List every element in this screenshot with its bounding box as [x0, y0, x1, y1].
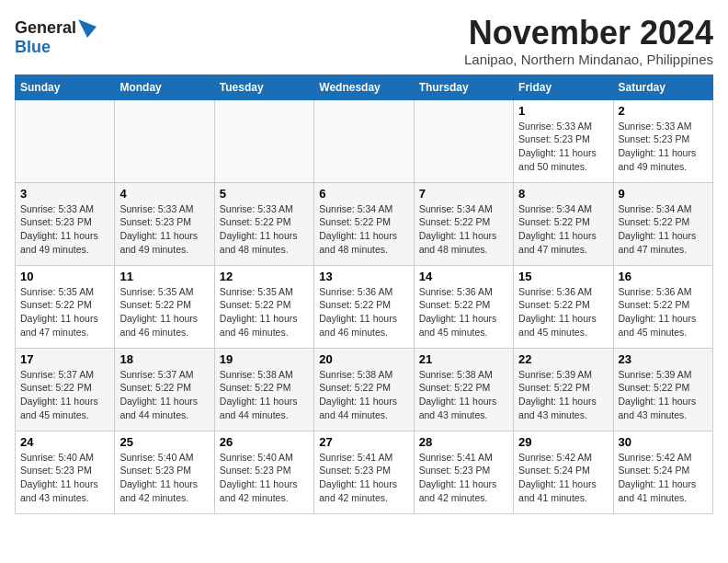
calendar-header: SundayMondayTuesdayWednesdayThursdayFrid…: [16, 75, 713, 99]
calendar-cell: 23Sunrise: 5:39 AM Sunset: 5:22 PM Dayli…: [613, 348, 712, 431]
header-area: General Blue November 2024 Lanipao, Nort…: [15, 15, 713, 67]
calendar-cell: 24Sunrise: 5:40 AM Sunset: 5:23 PM Dayli…: [16, 431, 115, 513]
day-info: Sunrise: 5:35 AM Sunset: 5:22 PM Dayligh…: [20, 285, 109, 339]
logo: General Blue: [15, 18, 97, 57]
day-info: Sunrise: 5:36 AM Sunset: 5:22 PM Dayligh…: [518, 285, 608, 339]
calendar-cell: [414, 99, 513, 182]
calendar-cell: [214, 99, 313, 182]
day-info: Sunrise: 5:37 AM Sunset: 5:22 PM Dayligh…: [20, 368, 109, 422]
day-info: Sunrise: 5:40 AM Sunset: 5:23 PM Dayligh…: [220, 451, 309, 505]
calendar-table: SundayMondayTuesdayWednesdayThursdayFrid…: [15, 75, 713, 514]
day-info: Sunrise: 5:34 AM Sunset: 5:22 PM Dayligh…: [619, 202, 708, 257]
col-header-sunday: Sunday: [16, 75, 115, 99]
day-info: Sunrise: 5:38 AM Sunset: 5:22 PM Dayligh…: [419, 368, 508, 422]
col-header-tuesday: Tuesday: [214, 75, 313, 99]
day-info: Sunrise: 5:33 AM Sunset: 5:23 PM Dayligh…: [20, 202, 109, 257]
day-info: Sunrise: 5:40 AM Sunset: 5:23 PM Dayligh…: [20, 451, 109, 505]
day-number: 30: [619, 435, 708, 449]
day-number: 27: [319, 435, 408, 449]
day-number: 14: [419, 270, 508, 283]
day-number: 3: [20, 187, 109, 201]
day-number: 8: [518, 187, 608, 201]
day-info: Sunrise: 5:36 AM Sunset: 5:22 PM Dayligh…: [419, 285, 508, 339]
calendar-cell: 12Sunrise: 5:35 AM Sunset: 5:22 PM Dayli…: [214, 265, 313, 348]
day-number: 6: [319, 187, 408, 201]
calendar-cell: 9Sunrise: 5:34 AM Sunset: 5:22 PM Daylig…: [613, 182, 712, 265]
day-number: 26: [220, 435, 309, 449]
calendar-cell: 1Sunrise: 5:33 AM Sunset: 5:23 PM Daylig…: [514, 99, 613, 182]
calendar-cell: 22Sunrise: 5:39 AM Sunset: 5:22 PM Dayli…: [514, 348, 613, 431]
calendar-cell: 26Sunrise: 5:40 AM Sunset: 5:23 PM Dayli…: [214, 431, 313, 513]
title-area: November 2024 Lanipao, Northern Mindanao…: [464, 15, 713, 67]
calendar-cell: 25Sunrise: 5:40 AM Sunset: 5:23 PM Dayli…: [115, 431, 214, 513]
svg-marker-0: [78, 19, 97, 38]
day-number: 7: [419, 187, 508, 201]
calendar-cell: 19Sunrise: 5:38 AM Sunset: 5:22 PM Dayli…: [214, 348, 313, 431]
day-number: 15: [518, 270, 608, 283]
calendar-cell: 29Sunrise: 5:42 AM Sunset: 5:24 PM Dayli…: [514, 431, 613, 513]
calendar-cell: 5Sunrise: 5:33 AM Sunset: 5:22 PM Daylig…: [214, 182, 313, 265]
calendar-cell: 30Sunrise: 5:42 AM Sunset: 5:24 PM Dayli…: [613, 431, 712, 513]
day-info: Sunrise: 5:33 AM Sunset: 5:23 PM Dayligh…: [119, 202, 209, 257]
day-info: Sunrise: 5:38 AM Sunset: 5:22 PM Dayligh…: [319, 368, 408, 422]
day-number: 28: [419, 435, 508, 449]
day-number: 23: [619, 352, 708, 366]
day-info: Sunrise: 5:36 AM Sunset: 5:22 PM Dayligh…: [619, 285, 708, 339]
day-info: Sunrise: 5:42 AM Sunset: 5:24 PM Dayligh…: [518, 451, 608, 505]
day-info: Sunrise: 5:34 AM Sunset: 5:22 PM Dayligh…: [419, 202, 508, 257]
day-number: 18: [119, 352, 209, 366]
day-number: 10: [20, 270, 109, 283]
day-number: 21: [419, 352, 508, 366]
calendar-cell: 10Sunrise: 5:35 AM Sunset: 5:22 PM Dayli…: [16, 265, 115, 348]
logo-general-text: General: [15, 18, 76, 38]
calendar-cell: 17Sunrise: 5:37 AM Sunset: 5:22 PM Dayli…: [16, 348, 115, 431]
calendar-cell: 15Sunrise: 5:36 AM Sunset: 5:22 PM Dayli…: [514, 265, 613, 348]
calendar-cell: 20Sunrise: 5:38 AM Sunset: 5:22 PM Dayli…: [314, 348, 414, 431]
calendar-cell: [115, 99, 214, 182]
calendar-cell: [314, 99, 414, 182]
day-info: Sunrise: 5:34 AM Sunset: 5:22 PM Dayligh…: [518, 202, 608, 257]
day-info: Sunrise: 5:42 AM Sunset: 5:24 PM Dayligh…: [619, 451, 708, 505]
day-number: 24: [20, 435, 109, 449]
col-header-saturday: Saturday: [613, 75, 712, 99]
day-info: Sunrise: 5:39 AM Sunset: 5:22 PM Dayligh…: [619, 368, 708, 422]
day-info: Sunrise: 5:39 AM Sunset: 5:22 PM Dayligh…: [518, 368, 608, 422]
day-number: 13: [319, 270, 408, 283]
day-number: 5: [220, 187, 309, 201]
day-info: Sunrise: 5:41 AM Sunset: 5:23 PM Dayligh…: [319, 451, 408, 505]
day-number: 19: [220, 352, 309, 366]
logo-blue-text: Blue: [15, 38, 51, 57]
day-number: 20: [319, 352, 408, 366]
day-info: Sunrise: 5:34 AM Sunset: 5:22 PM Dayligh…: [319, 202, 408, 257]
calendar-cell: 27Sunrise: 5:41 AM Sunset: 5:23 PM Dayli…: [314, 431, 414, 513]
day-number: 9: [619, 187, 708, 201]
day-number: 4: [119, 187, 209, 201]
col-header-wednesday: Wednesday: [314, 75, 414, 99]
calendar-cell: 7Sunrise: 5:34 AM Sunset: 5:22 PM Daylig…: [414, 182, 513, 265]
col-header-friday: Friday: [514, 75, 613, 99]
calendar-cell: 16Sunrise: 5:36 AM Sunset: 5:22 PM Dayli…: [613, 265, 712, 348]
calendar-cell: 18Sunrise: 5:37 AM Sunset: 5:22 PM Dayli…: [115, 348, 214, 431]
day-info: Sunrise: 5:33 AM Sunset: 5:23 PM Dayligh…: [518, 120, 608, 174]
calendar-week-3: 10Sunrise: 5:35 AM Sunset: 5:22 PM Dayli…: [16, 265, 713, 348]
calendar-cell: 4Sunrise: 5:33 AM Sunset: 5:23 PM Daylig…: [115, 182, 214, 265]
calendar-cell: 3Sunrise: 5:33 AM Sunset: 5:23 PM Daylig…: [16, 182, 115, 265]
col-header-monday: Monday: [115, 75, 214, 99]
day-info: Sunrise: 5:36 AM Sunset: 5:22 PM Dayligh…: [319, 285, 408, 339]
calendar-week-2: 3Sunrise: 5:33 AM Sunset: 5:23 PM Daylig…: [16, 182, 713, 265]
day-number: 25: [119, 435, 209, 449]
col-header-thursday: Thursday: [414, 75, 513, 99]
day-number: 11: [119, 270, 209, 283]
day-info: Sunrise: 5:35 AM Sunset: 5:22 PM Dayligh…: [119, 285, 209, 339]
calendar-cell: 14Sunrise: 5:36 AM Sunset: 5:22 PM Dayli…: [414, 265, 513, 348]
calendar-cell: 6Sunrise: 5:34 AM Sunset: 5:22 PM Daylig…: [314, 182, 414, 265]
day-number: 16: [619, 270, 708, 283]
day-number: 1: [518, 104, 608, 118]
calendar-cell: [16, 99, 115, 182]
calendar-cell: 8Sunrise: 5:34 AM Sunset: 5:22 PM Daylig…: [514, 182, 613, 265]
calendar-cell: 13Sunrise: 5:36 AM Sunset: 5:22 PM Dayli…: [314, 265, 414, 348]
calendar-week-4: 17Sunrise: 5:37 AM Sunset: 5:22 PM Dayli…: [16, 348, 713, 431]
day-info: Sunrise: 5:35 AM Sunset: 5:22 PM Dayligh…: [220, 285, 309, 339]
day-number: 22: [518, 352, 608, 366]
day-info: Sunrise: 5:33 AM Sunset: 5:23 PM Dayligh…: [619, 120, 708, 174]
